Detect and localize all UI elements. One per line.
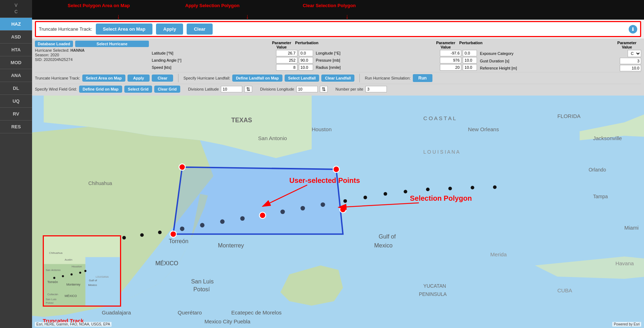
svg-text:Gulf of: Gulf of bbox=[89, 279, 97, 282]
param-header-perturb-r: Perturbation bbox=[459, 41, 477, 49]
num-per-site-label: Number per site bbox=[336, 87, 363, 91]
apply-banner-button[interactable]: Apply bbox=[156, 24, 183, 35]
param-lat-row: Latitude [°N] bbox=[152, 50, 313, 56]
param-speed-value[interactable] bbox=[276, 64, 297, 71]
param-pressure-perturb[interactable] bbox=[463, 57, 477, 63]
sidebar-item-res[interactable]: RES bbox=[0, 121, 32, 133]
select-area-button[interactable]: Select Area on Map bbox=[82, 75, 125, 82]
param-lat-perturb[interactable] bbox=[299, 50, 313, 56]
svg-text:Austin: Austin bbox=[65, 258, 73, 261]
map-container[interactable]: TEXAS C O A S T A L San Antonio Houston … bbox=[32, 96, 644, 328]
esri-attribution: Powered by Esri bbox=[612, 322, 641, 327]
param-gust-value[interactable] bbox=[620, 58, 641, 64]
peninsula-label: PENINSULA bbox=[419, 292, 447, 297]
sidebar-item-asd[interactable]: ASD bbox=[0, 31, 32, 43]
sidebar-item-hta[interactable]: HTA bbox=[0, 43, 32, 56]
sidebar-item-dl[interactable]: DL bbox=[0, 82, 32, 95]
param-lon-value[interactable] bbox=[440, 50, 461, 56]
param-pressure-value[interactable] bbox=[440, 57, 461, 63]
div-lon-label: Divisions Longitude bbox=[260, 87, 294, 91]
map-attribution: Esri, HERE, Garmin, FAO, NOAA, USGS, EPA bbox=[35, 322, 111, 327]
param-lat-value[interactable] bbox=[276, 50, 297, 56]
hurricane-selected-value: HANNA bbox=[71, 48, 85, 52]
svg-point-28 bbox=[53, 277, 55, 279]
divider-2 bbox=[359, 74, 360, 82]
param-exposure-select[interactable]: CBD bbox=[628, 50, 641, 57]
new-orleans-label: New Orleans bbox=[468, 126, 499, 132]
div-lat-spinner[interactable]: ⇅ bbox=[244, 86, 252, 92]
sid-value: 2020204N25274 bbox=[43, 57, 72, 62]
miami-label: Miami bbox=[624, 225, 639, 231]
sidebar-item-rv[interactable]: RV bbox=[0, 108, 32, 121]
param-header-value-fr: Parameter Value bbox=[613, 41, 641, 49]
sidebar-item-haz[interactable]: HAZ bbox=[0, 18, 32, 31]
param-angle-row: Landing Angle [°] bbox=[152, 57, 313, 63]
sidebar-item-ana[interactable]: ANA bbox=[0, 69, 32, 82]
db-hurricane-row: Database Loaded Select Hurricane bbox=[35, 41, 149, 47]
select-grid-button[interactable]: Select Grid bbox=[124, 86, 152, 93]
param-refheight-value[interactable] bbox=[620, 65, 641, 71]
param-header-value-l: Parameter Value bbox=[271, 41, 292, 49]
select-area-on-map-banner-button[interactable]: Select Area on Map bbox=[96, 24, 152, 35]
div-lat-input[interactable] bbox=[221, 86, 242, 92]
yucatan-label: YUCATAN bbox=[423, 283, 446, 289]
louisiana-label: L O U I S I A N A bbox=[423, 149, 459, 155]
define-grid-button[interactable]: Define Grid on Map bbox=[79, 86, 122, 93]
windgrid-row: Specify Wind Field Grid: Define Grid on … bbox=[35, 84, 641, 94]
hurricane-info: Hurricane Selected: HANNA Season: 2020 S… bbox=[35, 48, 149, 62]
mexico-city-label: Mexico City Puebla bbox=[204, 318, 250, 324]
inset-map-svg: Chihuahua Austin Houston San Antonio LOU… bbox=[44, 236, 120, 306]
clear-landfall-button[interactable]: Clear Landfall bbox=[321, 75, 354, 82]
sidebar-item-uq[interactable]: UQ bbox=[0, 95, 32, 108]
clear-banner-button[interactable]: Clear bbox=[187, 24, 213, 35]
sidebar-item-mod[interactable]: MOD bbox=[0, 56, 32, 69]
san-antonio-label: San Antonio bbox=[258, 135, 287, 141]
params-right-col: Parameter Value Perturbation Longitude [… bbox=[316, 41, 477, 71]
svg-point-23 bbox=[493, 185, 497, 189]
param-radius-perturb[interactable] bbox=[463, 64, 477, 71]
param-exposure-name: Exposure Category bbox=[480, 51, 626, 56]
div-lon-spinner[interactable]: ⇅ bbox=[320, 86, 328, 92]
gulf-label: Gulf of bbox=[379, 233, 396, 240]
season-value: 2020 bbox=[50, 53, 59, 57]
florida-label: FLORIDA bbox=[557, 113, 581, 119]
potosi-label: Potosí bbox=[193, 286, 210, 292]
svg-text:Mexico: Mexico bbox=[88, 283, 97, 287]
define-landfall-button[interactable]: Define Landfall on Map bbox=[232, 75, 282, 82]
param-radius-value[interactable] bbox=[440, 64, 461, 71]
tampa-label: Tampa bbox=[593, 194, 608, 199]
sidebar-label-c: C bbox=[1, 9, 31, 14]
clear-grid-button[interactable]: Clear Grid bbox=[154, 86, 180, 93]
div-lon-input[interactable] bbox=[296, 86, 318, 92]
arrow-apply: ↓ bbox=[246, 13, 249, 20]
hurricane-selected-row: Hurricane Selected: HANNA bbox=[35, 48, 149, 52]
param-exposure-row: Exposure Category CBD bbox=[480, 50, 641, 57]
select-landfall-button[interactable]: Select Landfall bbox=[285, 75, 320, 82]
havana-label: Havana bbox=[616, 260, 634, 266]
params-right-header: Parameter Value Perturbation bbox=[316, 41, 477, 49]
apply-button[interactable]: Apply bbox=[128, 75, 150, 82]
inset-map: Chihuahua Austin Houston San Antonio LOU… bbox=[43, 235, 121, 307]
num-per-site-input[interactable] bbox=[365, 86, 387, 92]
texas-label: TEXAS bbox=[231, 117, 252, 124]
svg-point-30 bbox=[71, 273, 73, 276]
merida-label: Merida bbox=[490, 251, 507, 257]
database-loaded-button[interactable]: Database Loaded bbox=[35, 41, 73, 47]
param-angle-value[interactable] bbox=[276, 57, 297, 63]
param-lon-perturb[interactable] bbox=[463, 50, 477, 56]
houston-label: Houston bbox=[312, 126, 332, 132]
orlando-label: Orlando bbox=[588, 167, 606, 173]
svg-text:Monterrey: Monterrey bbox=[66, 283, 80, 286]
user-point-1 bbox=[179, 164, 186, 170]
svg-point-31 bbox=[79, 272, 81, 274]
param-angle-perturb[interactable] bbox=[299, 57, 313, 63]
svg-point-18 bbox=[384, 192, 387, 196]
slp-label: San Luis bbox=[191, 278, 213, 285]
svg-point-21 bbox=[448, 187, 452, 190]
param-header-value-r: Parameter Value bbox=[435, 41, 456, 49]
param-speed-perturb[interactable] bbox=[299, 64, 313, 71]
expand-icon[interactable]: ⬇ bbox=[629, 25, 637, 34]
select-hurricane-button[interactable]: Select Hurricane bbox=[75, 41, 149, 47]
clear-button[interactable]: Clear bbox=[152, 75, 173, 82]
run-button[interactable]: Run bbox=[413, 74, 432, 82]
